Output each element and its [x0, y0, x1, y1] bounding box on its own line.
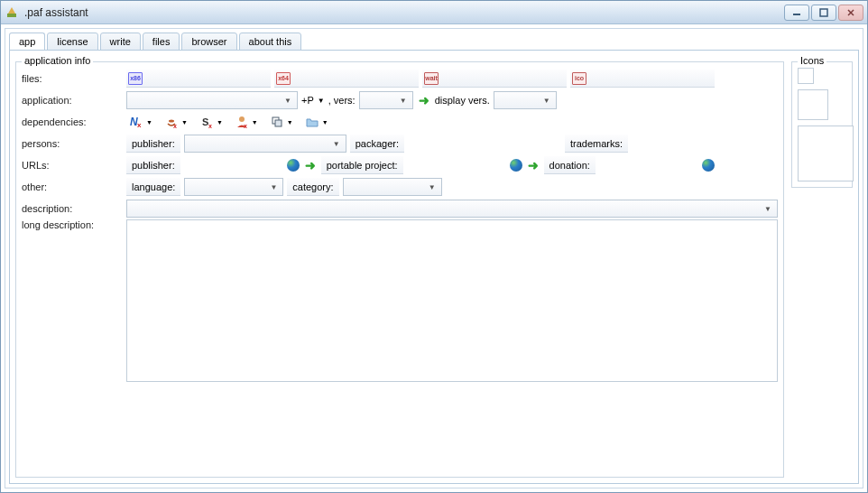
trademarks-label: trademarks:: [565, 135, 628, 153]
dependencies-row: dependencies: Nx▼ x▼ Sx▼ x▼ ▼ ▼: [22, 111, 778, 133]
plus-p-label[interactable]: +P: [301, 95, 314, 106]
dep-ghostscript-dropdown[interactable]: ▼: [217, 119, 223, 126]
application-combo[interactable]: ▼: [126, 91, 298, 109]
tab-about[interactable]: about this: [239, 33, 302, 51]
svg-rect-14: [275, 120, 282, 126]
url-publisher-label: publisher:: [126, 156, 180, 174]
chevron-down-icon: ▼: [281, 97, 295, 105]
long-description-textarea[interactable]: [126, 219, 778, 382]
file-ico-slot[interactable]: ico: [570, 70, 715, 88]
category-combo[interactable]: ▼: [343, 178, 442, 196]
window-title: .paf assistant: [24, 6, 784, 19]
dep-copy-button[interactable]: [267, 113, 287, 131]
ico-icon: ico: [572, 72, 586, 85]
chevron-down-icon: ▼: [396, 97, 411, 105]
titlebar: .paf assistant: [1, 1, 867, 24]
chevron-down-icon: ▼: [761, 205, 775, 213]
tab-license[interactable]: license: [47, 33, 97, 51]
content: app license write files browser about th…: [5, 28, 863, 488]
app-window: .paf assistant app license write files b…: [0, 0, 868, 493]
globe-icon: [287, 159, 300, 172]
other-label: other:: [22, 181, 123, 192]
window-controls: [784, 5, 863, 21]
files-row: files: x86 x64 wait ico: [22, 68, 778, 89]
display-vers-combo[interactable]: ▼: [494, 91, 557, 109]
app-info-legend: application info: [22, 55, 93, 66]
globe-icon: [510, 159, 522, 172]
chevron-down-icon: ▼: [540, 97, 554, 105]
publisher-person-combo[interactable]: ▼: [184, 135, 346, 153]
files-label: files:: [22, 73, 123, 84]
plus-p-dropdown[interactable]: ▼: [318, 97, 325, 105]
dep-ghostscript-button[interactable]: Sx: [197, 113, 217, 131]
dep-folder-dropdown[interactable]: ▼: [322, 119, 328, 126]
svg-text:x: x: [208, 123, 212, 129]
description-row: description: ▼: [22, 198, 778, 219]
icon-preview-large[interactable]: [798, 126, 854, 181]
file-wait-slot[interactable]: wait: [422, 70, 567, 88]
language-combo[interactable]: ▼: [184, 178, 283, 196]
maximize-button[interactable]: [811, 5, 836, 21]
dep-java-dropdown[interactable]: ▼: [181, 119, 188, 126]
dep-copy-dropdown[interactable]: ▼: [287, 119, 293, 126]
close-button[interactable]: [838, 5, 863, 21]
donation-label: donation:: [544, 156, 596, 174]
go-publisher-button[interactable]: ➜: [303, 158, 318, 172]
apply-version-button[interactable]: ➜: [417, 93, 431, 107]
tab-browser[interactable]: browser: [181, 33, 236, 51]
minimize-button[interactable]: [784, 5, 809, 21]
dep-net-button[interactable]: Nx: [126, 113, 146, 131]
main-column: application info files: x86 x64 wait ico…: [15, 56, 784, 478]
x64-icon: x64: [276, 72, 291, 85]
tab-body: application info files: x86 x64 wait ico…: [9, 50, 859, 484]
chevron-down-icon: ▼: [425, 183, 439, 191]
chevron-down-icon: ▼: [329, 140, 344, 148]
dep-net-dropdown[interactable]: ▼: [146, 119, 152, 126]
dependency-toolbar: Nx▼ x▼ Sx▼ x▼ ▼ ▼: [126, 113, 336, 131]
tab-write[interactable]: write: [100, 33, 141, 51]
packager-label: packager:: [350, 135, 404, 153]
dep-admin-dropdown[interactable]: ▼: [252, 119, 258, 126]
icons-legend: Icons: [798, 55, 826, 66]
persons-label: persons:: [22, 138, 123, 149]
svg-rect-2: [820, 9, 827, 16]
dep-admin-button[interactable]: x: [232, 113, 252, 131]
vers-label: , vers:: [328, 95, 356, 106]
description-combo[interactable]: ▼: [126, 200, 778, 218]
wait-icon: wait: [424, 72, 439, 85]
app-icon: [5, 5, 19, 20]
urls-label: URLs:: [22, 160, 123, 171]
globe-icon: [702, 159, 715, 172]
x86-icon: x86: [128, 72, 143, 85]
persons-row: persons: publisher: ▼ packager: trademar…: [22, 133, 778, 154]
description-label: description:: [22, 203, 123, 214]
dependencies-label: dependencies:: [22, 116, 123, 127]
tab-files[interactable]: files: [143, 33, 180, 51]
go-portable-button[interactable]: ➜: [526, 158, 540, 172]
icon-preview-medium[interactable]: [798, 89, 828, 120]
file-x64-slot[interactable]: x64: [274, 70, 419, 88]
file-x86-slot[interactable]: x86: [126, 70, 271, 88]
tab-app[interactable]: app: [9, 33, 45, 51]
vers-combo[interactable]: ▼: [359, 91, 413, 109]
other-row: other: language: ▼ category: ▼: [22, 176, 778, 198]
icons-fieldset: Icons: [791, 61, 853, 188]
svg-text:x: x: [137, 121, 142, 129]
packager-input[interactable]: [408, 135, 561, 153]
dep-folder-button[interactable]: [302, 113, 322, 131]
urls-row: URLs: publisher: ➜ portable project: ➜ d…: [22, 154, 778, 176]
display-vers-label: display vers.: [435, 95, 490, 106]
tabstrip: app license write files browser about th…: [9, 33, 859, 51]
icon-preview-small[interactable]: [798, 68, 814, 84]
svg-point-11: [239, 116, 245, 122]
icons-column: Icons: [791, 56, 853, 478]
publisher-person-label: publisher:: [126, 135, 180, 153]
application-row: application: ▼ +P ▼ , vers: ▼ ➜ display …: [22, 89, 778, 111]
application-label: application:: [22, 95, 123, 106]
trademarks-input[interactable]: [632, 135, 778, 153]
category-label: category:: [287, 178, 338, 196]
chevron-down-icon: ▼: [266, 183, 281, 191]
language-label: language:: [126, 178, 180, 196]
svg-text:x: x: [244, 123, 247, 129]
dep-java-button[interactable]: x: [162, 113, 181, 131]
